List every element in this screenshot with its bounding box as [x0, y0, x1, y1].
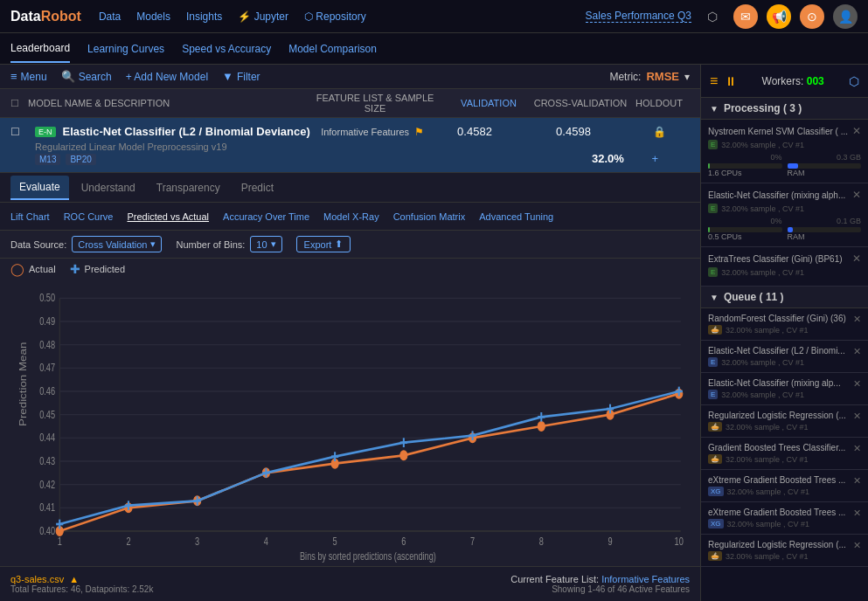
tab-evaluate[interactable]: Evaluate [10, 176, 69, 200]
content-tabs: Lift Chart ROC Curve Predicted vs Actual… [0, 203, 700, 231]
queue-close-2[interactable]: ✕ [853, 346, 861, 357]
tab-predicted-vs-actual[interactable]: Predicted vs Actual [127, 211, 209, 222]
nav-model-comparison[interactable]: Model Comparison [288, 36, 377, 62]
proc-sub-2: E 32.00% sample , CV #1 [708, 204, 861, 213]
tab-model-xray[interactable]: Model X-Ray [323, 211, 379, 222]
proc-ram-val: RAM [788, 169, 862, 177]
queue-item-4: Regularized Logistic Regression (... 🥧 3… [701, 405, 868, 438]
right-scroll-content[interactable]: ▼ Processing ( 3 ) Nystroem Kernel SVM C… [701, 98, 868, 601]
tab-roc-curve[interactable]: ROC Curve [64, 211, 114, 222]
queue-item-2: Elastic-Net Classifier (L2 / Binomi... E… [701, 341, 868, 373]
proc-badge-1: E [708, 140, 718, 149]
queue-sub-1: 🥧 32.00% sample , CV #1 [708, 325, 861, 335]
queue-badge-8: 🥧 [708, 551, 722, 561]
nav-learning-curves[interactable]: Learning Curves [87, 36, 164, 62]
processing-arrow[interactable]: ▼ [710, 104, 719, 114]
model-sub: Regularized Linear Model Preprocessing v… [35, 142, 690, 152]
add-model-button[interactable]: + Add New Model [126, 71, 208, 83]
add-feature-icon[interactable]: + [651, 152, 658, 165]
queue-close-5[interactable]: ✕ [853, 443, 861, 454]
model-row[interactable]: ☐ E-N Elastic-Net Classifier (L2 / Binom… [0, 118, 700, 173]
nav-jupyter[interactable]: ⚡ Jupyter [238, 10, 288, 23]
nav-models[interactable]: Models [136, 10, 170, 23]
tab-understand[interactable]: Understand [73, 176, 144, 199]
notification-icon[interactable]: ✉ [733, 4, 758, 29]
predicted-label: Predicted [85, 264, 125, 274]
metric-value[interactable]: RMSE [646, 70, 679, 83]
nav-speed-accuracy[interactable]: Speed vs Accuracy [182, 36, 271, 62]
proc-sub-3: E 32.00% sample , CV #1 [708, 267, 861, 277]
svg-text:0.44: 0.44 [39, 432, 55, 443]
user-icon[interactable]: 👤 [833, 4, 858, 29]
tab-advanced-tuning[interactable]: Advanced Tuning [479, 211, 553, 222]
alert-icon[interactable]: 📢 [767, 4, 791, 29]
export-button[interactable]: Export ⬆ [296, 236, 351, 252]
top-right: Sales Performance Q3 ⬡ ✉ 📢 ⊙ 👤 [586, 4, 858, 29]
tab-transparency[interactable]: Transparency [148, 176, 229, 199]
menu-label[interactable]: Menu [21, 71, 47, 83]
queue-sub-2: E 32.00% sample , CV #1 [708, 357, 861, 367]
proc-bars-1: 0% 1.6 CPUs 0.3 GB RAM [708, 153, 861, 177]
queue-badge-4: 🥧 [708, 422, 722, 432]
queue-close-4[interactable]: ✕ [853, 411, 861, 422]
source-dropdown[interactable]: Cross Validation ▾ [72, 236, 162, 252]
queue-badge-3: E [708, 390, 718, 399]
tag-bp20: BP20 [66, 154, 95, 165]
tab-accuracy-over-time[interactable]: Accuracy Over Time [223, 211, 309, 222]
tab-lift-chart[interactable]: Lift Chart [10, 211, 50, 222]
right-panel: ≡ ⏸ Workers: 003 ⬡ ▼ Processing ( 3 ) Ny… [700, 65, 868, 601]
nav-repository[interactable]: ⬡ Repository [304, 10, 366, 23]
queue-close-1[interactable]: ✕ [853, 314, 861, 325]
queue-arrow[interactable]: ▼ [710, 293, 719, 302]
add-model-label[interactable]: + Add New Model [126, 71, 208, 83]
proc-close-2[interactable]: ✕ [852, 189, 861, 201]
th-feature: FEATURE LIST & SAMPLE SIZE [305, 93, 445, 114]
pause-button[interactable]: ⏸ [725, 74, 737, 88]
svg-text:5: 5 [333, 535, 337, 547]
filter-button[interactable]: ▼ Filter [222, 70, 260, 83]
filter-label[interactable]: Filter [237, 71, 260, 83]
filename-text: q3-sales.csv [10, 574, 64, 584]
right-header: ≡ ⏸ Workers: 003 ⬡ [701, 65, 868, 98]
lock-icon: 🔒 [628, 126, 690, 138]
proc-ram-bar-2: 0.1 GB RAM [788, 217, 862, 241]
queue-close-3[interactable]: ✕ [853, 378, 861, 390]
bins-label: Number of Bins: [176, 239, 245, 250]
model-informative: Informative Features ⚑ [321, 126, 424, 138]
search-label[interactable]: Search [79, 71, 112, 83]
status-icon[interactable]: ⊙ [800, 4, 824, 29]
metric-dropdown-icon[interactable]: ▾ [684, 71, 690, 83]
tab-predict[interactable]: Predict [233, 176, 282, 199]
tab-confusion-matrix[interactable]: Confusion Matrix [393, 211, 466, 222]
source-chevron: ▾ [150, 238, 156, 250]
th-model: MODEL NAME & DESCRIPTION [28, 98, 305, 108]
queue-close-7[interactable]: ✕ [853, 508, 861, 519]
search-button[interactable]: 🔍 Search [61, 70, 112, 83]
svg-text:1: 1 [58, 535, 62, 547]
queue-badge-2: E [708, 357, 718, 367]
inf-pct: 32.0% [564, 152, 651, 165]
legend-actual: ◯ Actual [10, 262, 56, 276]
svg-text:0.41: 0.41 [39, 501, 55, 513]
model-checkbox[interactable]: ☐ [10, 126, 28, 138]
data-source-group: Data Source: Cross Validation ▾ [10, 236, 162, 252]
queue-name-8: Regularized Logistic Regression (... [708, 540, 861, 549]
proc-close-3[interactable]: ✕ [852, 252, 861, 265]
proc-close-1[interactable]: ✕ [852, 125, 861, 137]
svg-text:0.47: 0.47 [39, 362, 55, 373]
bins-dropdown[interactable]: 10 ▾ [250, 236, 281, 252]
menu-button[interactable]: ≡ Menu [10, 70, 47, 83]
share-icon[interactable]: ⬡ [700, 4, 725, 29]
nav-insights[interactable]: Insights [186, 10, 222, 23]
nav-data[interactable]: Data [99, 10, 121, 23]
filename-arrow[interactable]: ▲ [69, 574, 79, 584]
footer-right: Current Feature List: Informative Featur… [510, 574, 690, 594]
feature-list-link[interactable]: Informative Features [601, 574, 690, 584]
hamburger-button[interactable]: ≡ [710, 73, 718, 89]
project-name[interactable]: Sales Performance Q3 [586, 10, 691, 23]
svg-text:0.43: 0.43 [39, 455, 55, 466]
nav-leaderboard[interactable]: Leaderboard [10, 35, 70, 63]
queue-close-8[interactable]: ✕ [853, 540, 861, 551]
queue-close-6[interactable]: ✕ [853, 475, 861, 487]
workers-stepper[interactable]: ⬡ [849, 74, 859, 88]
